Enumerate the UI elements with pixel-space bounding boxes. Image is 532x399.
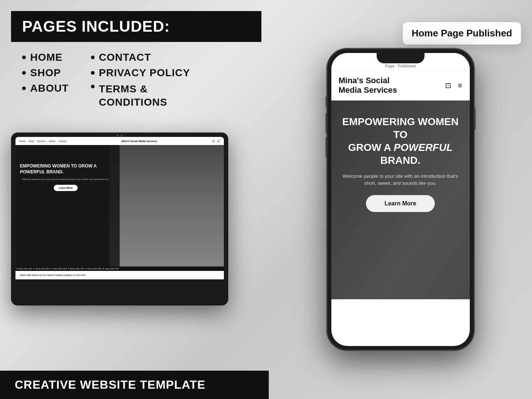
nav-link[interactable]: Home [19, 140, 25, 142]
nav-link[interactable]: Shop [28, 140, 34, 142]
phone-hero-title: EMPOWERING WOMEN TOGROW A POWERFULBRAND. [339, 115, 462, 167]
phone-frame: Home Page · Published Mina's Social Medi… [327, 49, 474, 350]
left-section: PAGES INCLUDED: HOME SHOP ABOUT [0, 0, 269, 399]
tablet-brand: Mina's Social Media Services [121, 140, 157, 142]
phone-volume-up-button [325, 113, 327, 133]
right-section: Home Page Published Home Page · Publishe… [269, 0, 532, 399]
phone-page-sub: Page · Published [385, 64, 416, 68]
tablet-sale-bar: ✦ SALE 25% OFF ✦ SALE 25% OFF ✦ SALE 25%… [15, 266, 224, 271]
page-label: HOME [30, 52, 63, 63]
phone-power-button [474, 107, 476, 130]
nav-link[interactable]: Contact [58, 140, 66, 142]
phone-mute-button [325, 96, 327, 107]
tablet-mockup: Home Shop Services About Contact Mina's … [11, 133, 228, 306]
pages-header: PAGES INCLUDED: [11, 11, 261, 42]
tablet-nav: Home Shop Services About Contact Mina's … [15, 137, 224, 145]
published-badge: Home Page Published [403, 22, 521, 45]
phone-brand-name: Mina's Social Media Services [339, 76, 413, 95]
tablet-below-text: Work with Some of Our Most Trusted Leade… [20, 274, 219, 276]
pages-included-title: PAGES INCLUDED: [22, 18, 170, 35]
list-item: CONTACT [91, 52, 190, 63]
bullet-icon [91, 85, 95, 88]
phone-notch [377, 53, 424, 63]
tablet-below-section: Work with Some of Our Most Trusted Leade… [15, 271, 224, 279]
page-label: PRIVACY POLICY [99, 67, 190, 79]
published-badge-title: Home Page Published [412, 28, 512, 39]
phone-hero-sub: Welcome people to your site with an intr… [339, 173, 462, 187]
tablet-hero-italic: POWERFUL [20, 169, 45, 174]
bullet-icon [22, 71, 26, 75]
nav-link[interactable]: About [49, 140, 55, 142]
bullet-icon [22, 86, 26, 90]
tablet-hero-photo [109, 145, 224, 266]
phone-hero-content: EMPOWERING WOMEN TOGROW A POWERFULBRAND.… [331, 115, 470, 212]
list-item: ABOUT [22, 82, 69, 94]
list-item: TERMS & CONDITIONS [91, 82, 165, 109]
page-label: ABOUT [30, 82, 69, 94]
tablet-learn-more-button[interactable]: Learn More [54, 185, 78, 191]
pages-col-right: CONTACT PRIVACY POLICY TERMS & CONDITION… [91, 52, 190, 109]
tablet-nav-links: Home Shop Services About Contact [19, 140, 67, 142]
instagram-icon: ⊡ [212, 139, 215, 143]
phone-nav-icons: ⊡ ≡ [445, 81, 462, 90]
cart-icon: ⊡ [217, 139, 220, 143]
page-label: CONTACT [99, 52, 151, 63]
bullet-icon [91, 71, 95, 75]
list-item: SHOP [22, 67, 69, 79]
bullet-icon [22, 56, 26, 59]
tablet-screen: Home Shop Services About Contact Mina's … [15, 137, 224, 301]
phone-volume-down-button [325, 137, 327, 157]
phone-learn-more-button[interactable]: Learn More [366, 195, 434, 212]
menu-icon[interactable]: ≡ [458, 81, 462, 90]
tablet-hero: EMPOWERING WOMEN TO GROW A POWERFUL BRAN… [15, 145, 224, 266]
tablet-hero-sub: Welcome people to your site with an intr… [20, 178, 112, 181]
list-item: PRIVACY POLICY [91, 67, 190, 79]
cart-icon[interactable]: ⊡ [445, 81, 451, 90]
bottom-banner-text: CREATIVE WEBSITE TEMPLATE [15, 378, 205, 391]
phone-hero-italic: POWERFUL [394, 142, 452, 153]
bottom-banner: CREATIVE WEBSITE TEMPLATE [0, 371, 269, 399]
pages-col-left: HOME SHOP ABOUT [22, 52, 69, 109]
nav-link[interactable]: Services [37, 140, 46, 142]
tablet-nav-icons: ⊡ ⊡ [212, 139, 220, 143]
pages-list: HOME SHOP ABOUT CONTACT [22, 52, 258, 109]
tablet-dots [117, 135, 123, 137]
page-label: SHOP [30, 67, 61, 79]
phone-nav: Mina's Social Media Services ⊡ ≡ [331, 71, 470, 100]
phone-hero: EMPOWERING WOMEN TOGROW A POWERFULBRAND.… [331, 100, 470, 299]
tablet-hero-content: EMPOWERING WOMEN TO GROW A POWERFUL BRAN… [20, 163, 112, 191]
list-item: HOME [22, 52, 69, 63]
phone-mockup: Home Page · Published Mina's Social Medi… [327, 49, 474, 350]
page-label: TERMS & CONDITIONS [99, 82, 168, 109]
tablet-frame: Home Shop Services About Contact Mina's … [11, 133, 228, 306]
bullet-icon [91, 56, 95, 59]
phone-screen: Home Page · Published Mina's Social Medi… [331, 53, 470, 346]
tablet-hero-title: EMPOWERING WOMEN TO GROW A POWERFUL BRAN… [20, 163, 112, 175]
